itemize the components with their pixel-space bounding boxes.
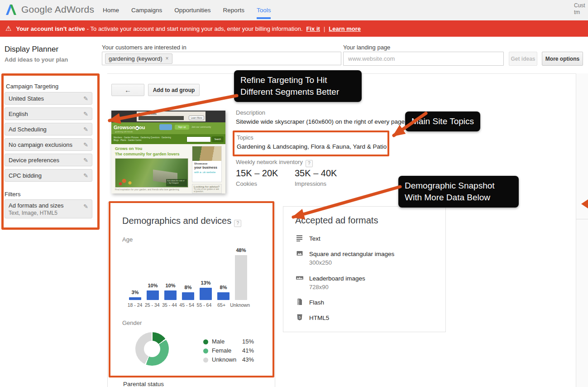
learn-more-link[interactable]: Learn more bbox=[329, 25, 361, 32]
preview-ad-body bbox=[139, 116, 184, 120]
ad-formats-title: Accepted ad formats bbox=[295, 215, 378, 226]
preview-banner-ad: Fitted Bedrooms Learn More bbox=[137, 111, 206, 121]
preview-showcase-card: Showcase your business with a .uk websit… bbox=[192, 146, 222, 182]
description-label: Description bbox=[236, 109, 265, 116]
fix-it-link[interactable]: Fix it bbox=[306, 25, 320, 32]
format-item-html5: 5HTML5 bbox=[296, 314, 329, 322]
impressions-label: Impressions bbox=[295, 180, 326, 187]
format-item-flash: Flash bbox=[296, 298, 324, 307]
demographics-annotation-outline bbox=[109, 201, 274, 377]
landing-label: Your landing page bbox=[343, 44, 390, 51]
format-label: Leaderboard images bbox=[309, 275, 365, 282]
add-to-ad-group-button[interactable]: Add to ad group bbox=[148, 84, 200, 96]
preview-heading1: Grows on You bbox=[115, 146, 142, 151]
impressions-value: 35K – 40K bbox=[295, 168, 337, 179]
truncated-account-text: Cust tm bbox=[574, 2, 588, 16]
format-label: Flash bbox=[309, 299, 324, 306]
logo-text: Google AdWords bbox=[21, 4, 94, 15]
html5-icon: 5 bbox=[296, 314, 303, 322]
preview-ad-button: Learn More bbox=[189, 116, 204, 120]
preview-heading2: The community for garden lovers bbox=[115, 152, 180, 156]
adwords-logo[interactable]: Google AdWords bbox=[5, 4, 94, 15]
right-collapsed-panel bbox=[576, 73, 588, 387]
interests-input[interactable]: gardening (keyword) × bbox=[102, 52, 341, 65]
preview-caption: Find inspiration for your garden, and fr… bbox=[115, 188, 186, 191]
svg-text:5: 5 bbox=[299, 315, 301, 319]
preview-advice-card: Looking for advice? Try one of our guide… bbox=[192, 184, 222, 194]
preview-photo-tag: Turn down the side of ... by Onnyard bbox=[166, 179, 187, 186]
callout-refine-targeting: Refine Targeting To HitDifferent Segment… bbox=[234, 70, 362, 102]
chip-close-icon[interactable]: × bbox=[166, 55, 169, 62]
format-label: Square and rectangular images bbox=[309, 251, 394, 257]
format-size: 728x90 bbox=[309, 284, 329, 290]
description-text: Sitewide wide skyscraper (160x600) on th… bbox=[236, 118, 406, 125]
main-nav: HomeCampaignsOpportunitiesReportsTools bbox=[103, 0, 271, 20]
format-size: 300x250 bbox=[309, 259, 332, 266]
cookies-label: Cookies bbox=[236, 180, 257, 187]
preview-ad-title: Fitted Bedrooms bbox=[139, 112, 157, 115]
square-image-icon bbox=[296, 250, 303, 258]
nav-item-opportunities[interactable]: Opportunities bbox=[174, 0, 210, 20]
right-panel-divider bbox=[576, 219, 588, 219]
more-options-button[interactable]: More options bbox=[542, 52, 583, 66]
parental-status-label: Parental status bbox=[123, 381, 164, 387]
nav-item-campaigns[interactable]: Campaigns bbox=[131, 0, 162, 20]
alert-text: - To activate your account and start run… bbox=[87, 25, 303, 32]
format-item-leaderboard: Leaderboard images bbox=[296, 274, 365, 283]
page-title: Display Planner bbox=[5, 45, 58, 54]
inventory-label: Weekly network inventory? bbox=[236, 159, 313, 167]
landing-page-input[interactable] bbox=[343, 52, 504, 66]
leaderboard-image-icon bbox=[296, 274, 303, 283]
adwords-a-icon bbox=[5, 4, 17, 15]
preview-search-button: Search bbox=[212, 136, 224, 142]
preview-search-box bbox=[186, 136, 211, 142]
display-planner-screen: Google AdWords HomeCampaignsOpportunitie… bbox=[0, 0, 588, 387]
callout-main-site-topics: Main Site Topics bbox=[405, 111, 480, 131]
format-label: Text bbox=[309, 235, 320, 242]
tree-icon: ♠ bbox=[135, 126, 139, 130]
text-lines-icon bbox=[296, 234, 303, 243]
flash-icon bbox=[296, 298, 303, 307]
preview-garden-photo: Turn down the side of ... by Onnyard bbox=[115, 158, 188, 188]
keyword-chip[interactable]: gardening (keyword) × bbox=[105, 53, 172, 64]
callout-demographic-snapshot: Demographic SnapshotWith More Data Below bbox=[398, 176, 519, 208]
topics-annotation-outline bbox=[233, 131, 389, 156]
preview-social-chip bbox=[159, 124, 172, 130]
alert-bold-text: Your account isn't active bbox=[16, 25, 85, 32]
account-alert-banner: ⚠ Your account isn't active - To activat… bbox=[0, 20, 588, 37]
cookies-value: 15K – 20K bbox=[236, 168, 278, 179]
nav-item-tools[interactable]: Tools bbox=[257, 0, 271, 20]
interests-label: Your customers are interested in bbox=[102, 44, 186, 51]
site-preview-thumbnail: Fitted Bedrooms Learn More Growson♠ou ga… bbox=[111, 111, 225, 194]
back-button[interactable]: ← bbox=[111, 84, 144, 96]
get-ideas-button[interactable]: Get ideas bbox=[509, 52, 537, 66]
link-separator: | bbox=[324, 25, 325, 32]
help-icon[interactable]: ? bbox=[306, 160, 313, 167]
preview-signup-chip: Sign up bbox=[175, 125, 189, 130]
format-item-square: Square and rectangular images bbox=[296, 250, 394, 258]
preview-site-logo: Growson♠ou bbox=[114, 125, 145, 130]
preview-tagline: gardening with friends bbox=[115, 131, 133, 133]
keyword-chip-label: gardening (keyword) bbox=[109, 55, 163, 62]
nav-item-reports[interactable]: Reports bbox=[223, 0, 244, 20]
warning-icon: ⚠ bbox=[5, 24, 11, 33]
sidebar-annotation-outline bbox=[1, 73, 100, 230]
nav-item-home[interactable]: Home bbox=[103, 0, 119, 20]
format-item-text: Text bbox=[296, 234, 320, 243]
preview-nav-links: Members · Garden Pictures · Gardening Qu… bbox=[114, 136, 172, 142]
format-label: HTML5 bbox=[309, 314, 329, 321]
preview-join-text: Join our community bbox=[191, 126, 211, 128]
back-arrow-icon: ← bbox=[124, 86, 131, 94]
page-subtitle: Add ideas to your plan bbox=[5, 56, 68, 63]
top-nav-bar: Google AdWords HomeCampaignsOpportunitie… bbox=[0, 0, 588, 20]
